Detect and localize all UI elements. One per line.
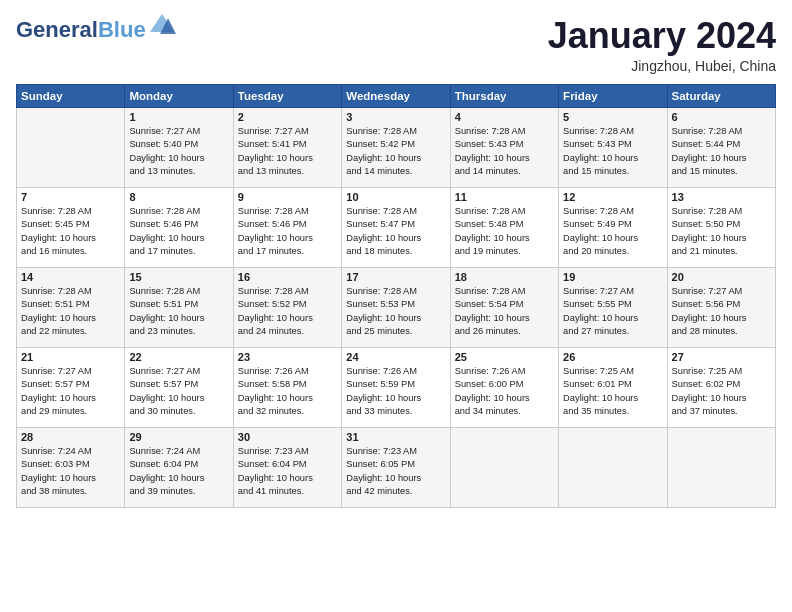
calendar-title: January 2024 xyxy=(548,16,776,56)
calendar-cell: 13Sunrise: 7:28 AMSunset: 5:50 PMDayligh… xyxy=(667,187,775,267)
day-info: Sunrise: 7:28 AMSunset: 5:43 PMDaylight:… xyxy=(455,125,554,179)
weekday-header-wednesday: Wednesday xyxy=(342,84,450,107)
calendar-cell: 6Sunrise: 7:28 AMSunset: 5:44 PMDaylight… xyxy=(667,107,775,187)
calendar-cell: 26Sunrise: 7:25 AMSunset: 6:01 PMDayligh… xyxy=(559,347,667,427)
day-info: Sunrise: 7:28 AMSunset: 5:50 PMDaylight:… xyxy=(672,205,771,259)
title-block: January 2024 Jingzhou, Hubei, China xyxy=(548,16,776,74)
day-number: 12 xyxy=(563,191,662,203)
week-row-4: 21Sunrise: 7:27 AMSunset: 5:57 PMDayligh… xyxy=(17,347,776,427)
calendar-cell: 19Sunrise: 7:27 AMSunset: 5:55 PMDayligh… xyxy=(559,267,667,347)
week-row-1: 1Sunrise: 7:27 AMSunset: 5:40 PMDaylight… xyxy=(17,107,776,187)
calendar-cell: 10Sunrise: 7:28 AMSunset: 5:47 PMDayligh… xyxy=(342,187,450,267)
day-info: Sunrise: 7:27 AMSunset: 5:55 PMDaylight:… xyxy=(563,285,662,339)
day-number: 28 xyxy=(21,431,120,443)
logo-icon xyxy=(148,12,176,40)
calendar-cell: 23Sunrise: 7:26 AMSunset: 5:58 PMDayligh… xyxy=(233,347,341,427)
day-number: 11 xyxy=(455,191,554,203)
day-number: 22 xyxy=(129,351,228,363)
day-info: Sunrise: 7:28 AMSunset: 5:44 PMDaylight:… xyxy=(672,125,771,179)
calendar-cell: 8Sunrise: 7:28 AMSunset: 5:46 PMDaylight… xyxy=(125,187,233,267)
calendar-cell: 2Sunrise: 7:27 AMSunset: 5:41 PMDaylight… xyxy=(233,107,341,187)
day-info: Sunrise: 7:28 AMSunset: 5:51 PMDaylight:… xyxy=(21,285,120,339)
day-number: 31 xyxy=(346,431,445,443)
calendar-cell: 20Sunrise: 7:27 AMSunset: 5:56 PMDayligh… xyxy=(667,267,775,347)
calendar-cell: 9Sunrise: 7:28 AMSunset: 5:46 PMDaylight… xyxy=(233,187,341,267)
calendar-subtitle: Jingzhou, Hubei, China xyxy=(548,58,776,74)
calendar-cell xyxy=(559,427,667,507)
day-info: Sunrise: 7:26 AMSunset: 6:00 PMDaylight:… xyxy=(455,365,554,419)
day-info: Sunrise: 7:28 AMSunset: 5:46 PMDaylight:… xyxy=(238,205,337,259)
day-number: 10 xyxy=(346,191,445,203)
day-number: 19 xyxy=(563,271,662,283)
calendar-cell: 18Sunrise: 7:28 AMSunset: 5:54 PMDayligh… xyxy=(450,267,558,347)
day-info: Sunrise: 7:28 AMSunset: 5:53 PMDaylight:… xyxy=(346,285,445,339)
day-number: 14 xyxy=(21,271,120,283)
calendar-table: SundayMondayTuesdayWednesdayThursdayFrid… xyxy=(16,84,776,508)
day-number: 6 xyxy=(672,111,771,123)
day-number: 23 xyxy=(238,351,337,363)
calendar-cell: 29Sunrise: 7:24 AMSunset: 6:04 PMDayligh… xyxy=(125,427,233,507)
day-info: Sunrise: 7:24 AMSunset: 6:04 PMDaylight:… xyxy=(129,445,228,499)
weekday-header-friday: Friday xyxy=(559,84,667,107)
day-info: Sunrise: 7:24 AMSunset: 6:03 PMDaylight:… xyxy=(21,445,120,499)
calendar-cell: 12Sunrise: 7:28 AMSunset: 5:49 PMDayligh… xyxy=(559,187,667,267)
day-info: Sunrise: 7:28 AMSunset: 5:47 PMDaylight:… xyxy=(346,205,445,259)
weekday-header-thursday: Thursday xyxy=(450,84,558,107)
calendar-cell: 24Sunrise: 7:26 AMSunset: 5:59 PMDayligh… xyxy=(342,347,450,427)
calendar-header: GeneralBlue January 2024 Jingzhou, Hubei… xyxy=(16,16,776,74)
calendar-cell: 7Sunrise: 7:28 AMSunset: 5:45 PMDaylight… xyxy=(17,187,125,267)
day-number: 13 xyxy=(672,191,771,203)
calendar-cell xyxy=(17,107,125,187)
day-info: Sunrise: 7:27 AMSunset: 5:40 PMDaylight:… xyxy=(129,125,228,179)
calendar-cell: 27Sunrise: 7:25 AMSunset: 6:02 PMDayligh… xyxy=(667,347,775,427)
day-number: 5 xyxy=(563,111,662,123)
calendar-cell: 16Sunrise: 7:28 AMSunset: 5:52 PMDayligh… xyxy=(233,267,341,347)
day-number: 16 xyxy=(238,271,337,283)
day-number: 9 xyxy=(238,191,337,203)
calendar-cell: 22Sunrise: 7:27 AMSunset: 5:57 PMDayligh… xyxy=(125,347,233,427)
day-info: Sunrise: 7:23 AMSunset: 6:04 PMDaylight:… xyxy=(238,445,337,499)
day-info: Sunrise: 7:27 AMSunset: 5:41 PMDaylight:… xyxy=(238,125,337,179)
day-info: Sunrise: 7:26 AMSunset: 5:59 PMDaylight:… xyxy=(346,365,445,419)
day-info: Sunrise: 7:28 AMSunset: 5:42 PMDaylight:… xyxy=(346,125,445,179)
day-info: Sunrise: 7:25 AMSunset: 6:01 PMDaylight:… xyxy=(563,365,662,419)
calendar-cell: 30Sunrise: 7:23 AMSunset: 6:04 PMDayligh… xyxy=(233,427,341,507)
calendar-cell: 4Sunrise: 7:28 AMSunset: 5:43 PMDaylight… xyxy=(450,107,558,187)
day-number: 21 xyxy=(21,351,120,363)
day-info: Sunrise: 7:27 AMSunset: 5:57 PMDaylight:… xyxy=(21,365,120,419)
day-number: 25 xyxy=(455,351,554,363)
weekday-header-monday: Monday xyxy=(125,84,233,107)
calendar-cell: 28Sunrise: 7:24 AMSunset: 6:03 PMDayligh… xyxy=(17,427,125,507)
day-number: 27 xyxy=(672,351,771,363)
calendar-container: GeneralBlue January 2024 Jingzhou, Hubei… xyxy=(0,0,792,612)
calendar-cell: 21Sunrise: 7:27 AMSunset: 5:57 PMDayligh… xyxy=(17,347,125,427)
day-info: Sunrise: 7:28 AMSunset: 5:46 PMDaylight:… xyxy=(129,205,228,259)
day-info: Sunrise: 7:28 AMSunset: 5:49 PMDaylight:… xyxy=(563,205,662,259)
day-info: Sunrise: 7:28 AMSunset: 5:45 PMDaylight:… xyxy=(21,205,120,259)
calendar-cell: 11Sunrise: 7:28 AMSunset: 5:48 PMDayligh… xyxy=(450,187,558,267)
weekday-header-row: SundayMondayTuesdayWednesdayThursdayFrid… xyxy=(17,84,776,107)
day-number: 30 xyxy=(238,431,337,443)
day-number: 17 xyxy=(346,271,445,283)
week-row-3: 14Sunrise: 7:28 AMSunset: 5:51 PMDayligh… xyxy=(17,267,776,347)
day-number: 24 xyxy=(346,351,445,363)
day-number: 26 xyxy=(563,351,662,363)
day-number: 3 xyxy=(346,111,445,123)
day-number: 7 xyxy=(21,191,120,203)
day-info: Sunrise: 7:28 AMSunset: 5:54 PMDaylight:… xyxy=(455,285,554,339)
day-number: 20 xyxy=(672,271,771,283)
day-info: Sunrise: 7:28 AMSunset: 5:52 PMDaylight:… xyxy=(238,285,337,339)
day-number: 4 xyxy=(455,111,554,123)
logo: GeneralBlue xyxy=(16,16,176,44)
calendar-cell xyxy=(667,427,775,507)
logo-text: GeneralBlue xyxy=(16,18,146,42)
weekday-header-sunday: Sunday xyxy=(17,84,125,107)
calendar-cell xyxy=(450,427,558,507)
week-row-2: 7Sunrise: 7:28 AMSunset: 5:45 PMDaylight… xyxy=(17,187,776,267)
calendar-cell: 14Sunrise: 7:28 AMSunset: 5:51 PMDayligh… xyxy=(17,267,125,347)
day-info: Sunrise: 7:23 AMSunset: 6:05 PMDaylight:… xyxy=(346,445,445,499)
calendar-cell: 25Sunrise: 7:26 AMSunset: 6:00 PMDayligh… xyxy=(450,347,558,427)
day-number: 29 xyxy=(129,431,228,443)
calendar-cell: 17Sunrise: 7:28 AMSunset: 5:53 PMDayligh… xyxy=(342,267,450,347)
day-info: Sunrise: 7:25 AMSunset: 6:02 PMDaylight:… xyxy=(672,365,771,419)
